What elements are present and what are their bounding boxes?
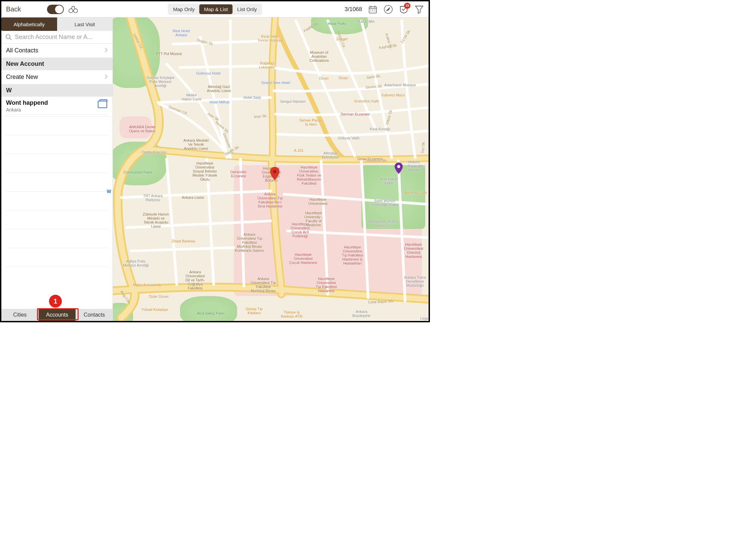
poi-label: AnkaraÜniversitesi TıpFakültesiMorfoloji… — [251, 277, 276, 293]
result-counter: 3/1068 — [344, 6, 362, 13]
svg-point-0 — [69, 9, 73, 13]
poi-label: DenizcilerEczanesi — [230, 170, 247, 178]
card-stack-icon — [98, 101, 107, 108]
seg-list-only[interactable]: List Only — [232, 4, 261, 14]
toolbar-right: 3/1068 16 — [344, 5, 424, 14]
svg-point-4 — [6, 34, 10, 38]
poi-label: Hotel Mithat — [210, 100, 229, 104]
poi-label: Zübeyde HanımMesleki veTeknik AnadoluLis… — [143, 212, 169, 228]
poi-label: Metro Kuruyemiş — [133, 283, 161, 287]
bottom-tabs: Cities Accounts Contacts — [1, 309, 113, 321]
toggle-knob — [55, 5, 63, 14]
chevron-right-icon — [104, 47, 108, 54]
poi-label: HacettepeÜniversitesiTıp FakültesiHastan… — [342, 245, 363, 265]
poi-label: Gökyay Vakfı — [338, 136, 360, 140]
poi-label: Cumhuriyet Parkı — [124, 170, 152, 174]
map-pin-red[interactable] — [270, 167, 279, 176]
sidebar: Alphabetically Last Visit All Contacts N… — [1, 18, 113, 309]
poi-label: AnkaraBüyükşehir — [352, 310, 370, 318]
sort-tabs: Alphabetically Last Visit — [1, 18, 112, 31]
poi-label: Museum ofAnatolianCivilizations — [309, 50, 329, 62]
poi-label: ANKARA DevletOpera ve Balesi — [129, 125, 156, 133]
poi-label: HacettepeÜniversitesi — [308, 197, 328, 206]
svg-point-6 — [397, 165, 401, 168]
poi-label: Adliye PolisMerkezi Amirliği — [123, 259, 149, 267]
poi-label: Hisar Parkı — [328, 22, 346, 26]
poi-label: Legal — [420, 316, 429, 320]
inbox-badge: 16 — [404, 3, 410, 9]
seg-map-list[interactable]: Map & List — [199, 4, 232, 14]
create-new-label: Create New — [6, 74, 38, 81]
poi-label: Opera Köprüsü — [141, 150, 166, 154]
poi-label: HistoricKaracabeyHamami — [408, 160, 426, 172]
seg-map-only[interactable]: Map Only — [168, 4, 199, 14]
tab-contacts[interactable]: Contacts — [76, 309, 113, 321]
poi-label: PTT Pul Müzesi — [156, 52, 182, 56]
map-pin-purple[interactable] — [394, 162, 403, 171]
filter-funnel-icon[interactable] — [414, 5, 424, 14]
poi-label: Hamamönü KültürSanat Evi — [368, 219, 398, 227]
poi-label: A.101 — [294, 149, 304, 153]
search-input[interactable] — [15, 33, 108, 41]
row-all-contacts[interactable]: All Contacts — [1, 44, 112, 58]
back-button[interactable]: Back — [6, 5, 21, 13]
poi-label: AltındağBelediyesi — [322, 151, 339, 159]
poi-label: Grand Sera Hotel — [261, 81, 290, 85]
view-mode-segmented: Map Only Map & List List Only — [168, 4, 262, 15]
poi-label: HacettepeÜniversitesiTıp FakültesiHastan… — [316, 277, 337, 293]
poi-label: Ankara MeslekiVe TeknikAnadolu Lisesi — [183, 138, 209, 151]
chevron-right-icon — [104, 74, 108, 81]
view-toggle[interactable] — [47, 5, 64, 14]
poi-label: MelikeHatun Cami — [182, 93, 201, 101]
poi-label: HacettepeÜniversitesiOnkolojiHastanesi — [404, 242, 423, 259]
poi-label: Saman Pazarıİş Hanı — [299, 118, 323, 126]
section-w: W — [1, 84, 112, 97]
annotation-marker: 1 — [49, 295, 62, 308]
calendar-icon[interactable] — [368, 5, 378, 14]
poi-label: Rest HotelAnkara — [173, 29, 190, 37]
poi-label: Divan — [319, 76, 329, 80]
location-arrow-icon[interactable] — [384, 5, 393, 14]
svg-point-1 — [74, 9, 78, 13]
poi-label: HacettepeÜniversitesiSosyal BilimlerMesl… — [192, 161, 217, 181]
poi-label: AnkaraÜniversitesiDil ve Tarih-CoğrafyaF… — [185, 270, 205, 290]
poi-label: Özler Doner — [149, 294, 169, 298]
search-row — [1, 31, 112, 44]
search-icon — [5, 34, 12, 41]
poi-label: Kahveci Muco — [382, 93, 405, 97]
row-create-new[interactable]: Create New — [1, 70, 112, 84]
poi-label: HacettepeÜniversitesi,Fizik Tedavi veReh… — [297, 165, 321, 185]
poi-label: Altındağ GaziAnadolu Lisesi — [207, 85, 231, 93]
poi-label: Gramofon Kafe — [354, 99, 379, 103]
poi-label: Nuri PakdilKabri — [380, 177, 398, 185]
index-letter[interactable]: W — [107, 189, 111, 194]
poi-label: Sengul Hamam — [280, 99, 306, 103]
poi-label: Solmaz KılıçtepePolis MerkeziAmirliği — [147, 76, 174, 88]
map-panel[interactable]: Rest HotelAnkaraPTT Pul MüzesiSolmaz Kıl… — [113, 18, 429, 321]
poi-label: Hotel Sarp — [243, 95, 261, 99]
poi-label: Ziraat Bankası — [172, 239, 196, 243]
poi-label: Aslanhane Mosque — [384, 83, 416, 87]
empty-rows — [1, 116, 112, 267]
poi-label: Divan — [339, 76, 348, 80]
section-new-account: New Account — [1, 58, 112, 70]
sort-tab-alphabetically[interactable]: Alphabetically — [1, 18, 57, 31]
poi-label: Arkadaş Cafe — [405, 190, 427, 194]
top-toolbar: Back Map Only Map & List List Only 3/106… — [1, 1, 429, 18]
poi-label: Eyüp SabriTuncer Kolonya — [257, 34, 283, 42]
poi-label: BoğaziçiLokantası — [259, 61, 275, 69]
poi-label: AnkaraÜniversitesi TıpFakültesiMorfoloji… — [235, 232, 264, 252]
poi-label: KALE MH. — [358, 20, 375, 24]
sort-tab-last-visit[interactable]: Last Visit — [57, 18, 113, 31]
tab-accounts[interactable]: Accounts — [38, 309, 76, 321]
poi-label: Güneş TıpKitabevi — [246, 307, 263, 315]
street-label: Talatpasa Blv. — [365, 158, 388, 162]
poi-label: Türkiye İşBankası ATM — [281, 310, 303, 318]
binoculars-icon[interactable] — [69, 5, 78, 14]
account-title: Wont happend — [6, 99, 108, 106]
account-sub: Ankara — [6, 107, 108, 112]
tab-cities[interactable]: Cities — [1, 309, 38, 321]
account-row[interactable]: Wont happend Ankara — [1, 97, 112, 116]
inbox-check-icon[interactable]: 16 — [399, 5, 408, 14]
poi-label: Ankara TransDenetlemeMüdürlüğü — [404, 275, 426, 287]
